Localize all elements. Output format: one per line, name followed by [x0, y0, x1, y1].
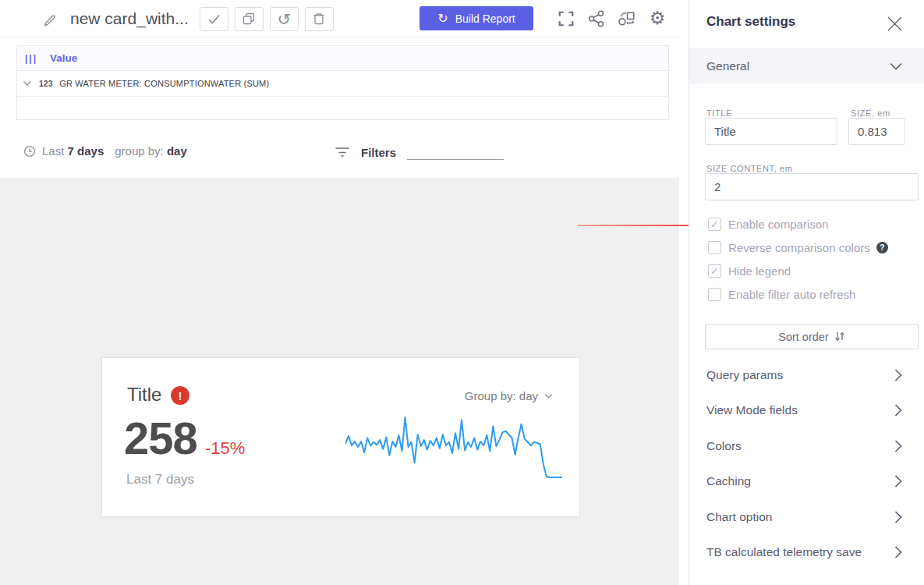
settings-gear-icon[interactable]: ⚙ [647, 9, 667, 29]
filters-control: Filters [335, 144, 504, 160]
apply-button[interactable] [200, 7, 228, 31]
sparkline [345, 408, 562, 486]
sort-order-label: Sort order [778, 331, 828, 343]
close-icon[interactable] [885, 14, 904, 33]
sort-updown-icon [834, 331, 845, 342]
filters-input[interactable] [407, 144, 504, 160]
table-row[interactable]: 123 GR WATER METER: CONSUMPTIONWATER (SU… [17, 71, 668, 97]
section-chart-option[interactable]: Chart option [689, 499, 924, 535]
undo-button[interactable]: ↺ [270, 7, 299, 31]
share-icon[interactable] [586, 9, 607, 29]
delete-button[interactable] [305, 7, 334, 31]
section-view-mode-fields[interactable]: View Mode fields [689, 393, 924, 429]
group-prefix: group by: [115, 144, 164, 158]
section-caching[interactable]: Caching [689, 464, 924, 500]
chevron-down-icon[interactable] [23, 80, 32, 87]
fullscreen-icon[interactable] [556, 9, 576, 29]
check-icon [207, 13, 221, 25]
copy-icon [242, 12, 256, 26]
checkbox-icon: ✓ [708, 264, 721, 278]
title-field-input[interactable] [705, 118, 837, 145]
trash-icon [312, 12, 326, 26]
datasource-label: GR WATER METER: CONSUMPTIONWATER (SUM) [59, 79, 269, 88]
dashboard-canvas: Title ! Group by: day 258 -15% Last 7 da… [0, 178, 679, 585]
top-icon-group: ⚙ [546, 9, 667, 29]
card-value: 258 [124, 416, 197, 461]
filters-label: Filters [361, 146, 396, 159]
section-tb-calculated-telemetry-save[interactable]: TB calculated telemetry save [689, 535, 924, 571]
size-field-input[interactable] [848, 118, 905, 145]
checkbox-label: Reverse comparison colors [728, 241, 870, 254]
section-general[interactable]: General [689, 48, 924, 83]
checkbox-label: Hide legend [728, 264, 791, 278]
time-range-control[interactable]: Last 7 days group by: day [23, 144, 187, 158]
checkbox-label: Enable filter auto refresh [728, 288, 855, 301]
card-title: Title [127, 384, 161, 406]
build-report-button[interactable]: ↻ Build Report [420, 6, 533, 30]
group-value: day [167, 144, 187, 158]
time-value: 7 days [68, 144, 104, 158]
section-query-params[interactable]: Query params [689, 357, 924, 393]
toolbar-divider [0, 37, 679, 37]
table-header-label: Value [50, 52, 77, 64]
chevron-right-icon [894, 511, 902, 523]
title-field-label: TITLE [706, 108, 732, 118]
filter-icon [335, 146, 349, 158]
chevron-down-icon [544, 393, 553, 399]
sparkline-path [345, 417, 562, 477]
table-empty-row [17, 97, 668, 119]
section-colors[interactable]: Colors [689, 428, 924, 464]
annotation-arrow [577, 219, 702, 232]
main-area: new card_with... ↺ ↻ Build Report [0, 0, 679, 585]
checkbox-hide-legend[interactable]: ✓ Hide legend [708, 262, 791, 279]
collapsed-sections: Query params View Mode fields Colors Cac… [689, 357, 924, 570]
size-field-label: SIZE, em [851, 108, 890, 118]
chevron-right-icon [894, 369, 902, 381]
checkbox-reverse-comparison-colors[interactable]: ✓ Reverse comparison colors ? [708, 239, 888, 256]
card-groupby-dropdown[interactable]: Group by: day [465, 389, 553, 402]
clock-icon [23, 145, 36, 158]
sort-order-button[interactable]: Sort order [705, 324, 919, 349]
card-groupby-label: Group by: day [465, 389, 538, 402]
card-period: Last 7 days [126, 472, 194, 488]
chevron-right-icon [894, 546, 902, 558]
datasource-table: ||| Value 123 GR WATER METER: CONSUMPTIO… [16, 45, 669, 120]
numeric-type-badge: 123 [39, 80, 53, 88]
widget-card: Title ! Group by: day 258 -15% Last 7 da… [101, 357, 580, 517]
size-content-field-input[interactable] [705, 173, 919, 200]
table-header-row[interactable]: ||| Value [17, 46, 668, 71]
section-general-label: General [706, 59, 749, 73]
checkbox-enable-comparison[interactable]: ✓ Enable comparison [708, 215, 828, 232]
checkbox-enable-filter-auto-refresh[interactable]: ✓ Enable filter auto refresh [708, 285, 855, 303]
checkbox-icon: ✓ [708, 218, 721, 231]
chevron-right-icon [894, 404, 902, 417]
card-delta: -15% [205, 438, 245, 459]
time-prefix: Last [42, 144, 64, 158]
duplicate-button[interactable] [235, 7, 264, 31]
replace-widget-icon[interactable] [617, 9, 637, 29]
chevron-right-icon [894, 440, 902, 452]
checkbox-icon: ✓ [708, 241, 721, 254]
size-content-field-label: SIZE CONTENT, em [706, 164, 792, 173]
drag-handle-icon[interactable]: ||| [25, 53, 37, 64]
warning-icon: ! [171, 386, 189, 405]
filter-bar: Last 7 days group by: day Filters [0, 140, 679, 167]
checkbox-label: Enable comparison [728, 218, 828, 231]
undo-icon: ↺ [277, 11, 291, 27]
chevron-down-icon [890, 62, 902, 70]
help-icon[interactable]: ? [876, 242, 888, 254]
chevron-right-icon [894, 475, 902, 488]
panel-title: Chart settings [706, 14, 795, 30]
chart-settings-panel: Chart settings General TITLE SIZE, em SI… [689, 0, 924, 585]
checkbox-icon: ✓ [708, 288, 721, 301]
refresh-icon: ↻ [437, 12, 448, 25]
edit-pencil-icon[interactable] [43, 12, 58, 27]
widget-title: new card_with... [70, 9, 189, 28]
toolbar-left: new card_with... ↺ [43, 5, 340, 32]
build-report-label: Build Report [455, 12, 515, 25]
toolbar-right: ↻ Build Report ⚙ [420, 6, 667, 30]
